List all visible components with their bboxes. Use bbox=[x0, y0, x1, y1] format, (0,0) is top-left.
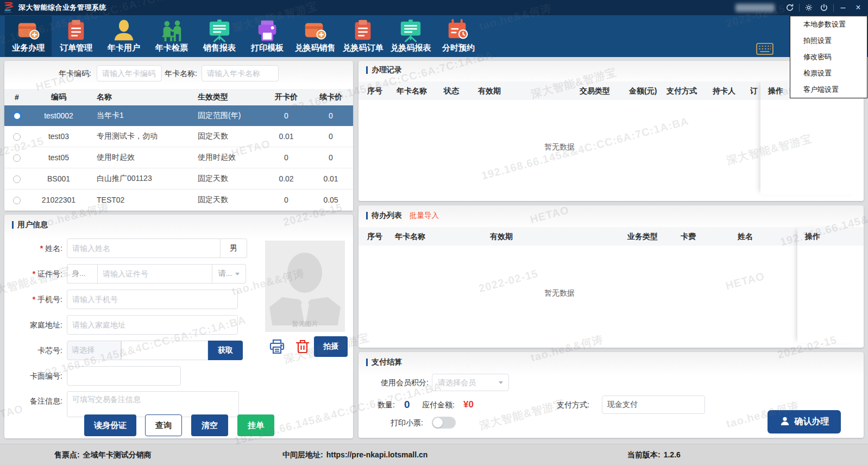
payment-panel: 支付结算 使用会员积分: 请选择会员 数量: 0 应付金额: ¥0 支付方式: … bbox=[358, 352, 864, 438]
card-code-input[interactable] bbox=[97, 65, 162, 81]
toolbar-item-年卡用户[interactable]: 年卡用户 bbox=[100, 15, 148, 57]
remark-textarea[interactable] bbox=[67, 391, 239, 417]
records-panel: 办理记录 序号年卡名称状态有效期交易类型金额(元)支付方式持卡人订 暂无数据 操… bbox=[358, 61, 864, 201]
todo-pinned-column: 操作 bbox=[797, 227, 858, 343]
card-table-body: test0002当年卡1固定范围(年)00test03专用测试卡，勿动固定天数0… bbox=[4, 105, 353, 211]
row-radio[interactable] bbox=[13, 197, 21, 204]
section-bar bbox=[366, 359, 368, 366]
id-type-select[interactable]: 身... bbox=[67, 264, 97, 284]
chip-select[interactable]: 请选择 bbox=[67, 341, 121, 360]
toolbar-item-label: 打印模板 bbox=[251, 43, 284, 52]
address-label: 家庭地址: bbox=[4, 315, 62, 335]
capture-button[interactable]: 拍摄 bbox=[314, 336, 348, 357]
column-header: 卡费 bbox=[681, 227, 696, 246]
row-radio[interactable] bbox=[13, 154, 21, 162]
menu-item-客户端设置[interactable]: 客户端设置 bbox=[790, 81, 867, 98]
power-button[interactable] bbox=[816, 0, 832, 15]
cell-open-price: 0 bbox=[264, 153, 309, 162]
column-header: 序号 bbox=[367, 81, 382, 100]
todo-actions-header: 操作 bbox=[797, 227, 858, 246]
api-value: https://pre-nkapi.lotsmall.cn bbox=[326, 450, 428, 459]
card-table-row[interactable]: test03专用测试卡，勿动固定天数0.010 bbox=[4, 126, 353, 147]
card-table-row[interactable]: test0002当年卡1固定范围(年)00 bbox=[4, 105, 353, 126]
column-header: 交易类型 bbox=[580, 81, 610, 100]
ticket-check-icon bbox=[148, 18, 196, 43]
app-window: 深大智能综合业务管理系统 – × 业务办理订单管理年卡用户年卡检票销售报表打印模… bbox=[0, 0, 868, 465]
section-bar bbox=[366, 66, 368, 74]
person-icon bbox=[100, 18, 148, 43]
settings-gear-button[interactable] bbox=[801, 0, 816, 15]
row-radio[interactable] bbox=[13, 175, 21, 183]
todo-table-header: 序号年卡名称有效期业务类型卡费姓名 bbox=[358, 227, 864, 246]
confirm-button[interactable]: 确认办理 bbox=[768, 410, 841, 433]
menu-item-修改密码[interactable]: 修改密码 bbox=[790, 49, 867, 65]
name-label: 姓名: bbox=[4, 238, 62, 258]
address-input[interactable] bbox=[67, 315, 238, 335]
name-input[interactable] bbox=[67, 238, 221, 258]
cell-open-price: 0.02 bbox=[264, 174, 309, 183]
toolbar-item-兑换码销售[interactable]: 兑换码销售 bbox=[291, 15, 339, 57]
batch-import-link[interactable]: 批量导入 bbox=[410, 211, 439, 221]
refresh-button[interactable] bbox=[782, 0, 797, 15]
toolbar-item-业务办理[interactable]: 业务办理 bbox=[4, 15, 52, 57]
close-button[interactable]: × bbox=[851, 0, 866, 15]
card-name-input[interactable] bbox=[202, 65, 279, 81]
toolbar-item-兑换码报表[interactable]: 兑换码报表 bbox=[387, 15, 435, 57]
print-receipt-label: 打印小票: bbox=[391, 416, 423, 429]
column-header: 有效期 bbox=[478, 81, 501, 100]
toolbar-item-分时预约[interactable]: 分时预约 bbox=[435, 15, 482, 57]
query-button[interactable]: 查询 bbox=[145, 414, 182, 436]
card-table-row[interactable]: BS001白山推广001123固定天数0.020.01 bbox=[4, 168, 353, 190]
row-radio[interactable] bbox=[12, 111, 22, 121]
records-pinned-column: 操作 bbox=[760, 81, 859, 194]
row-radio[interactable] bbox=[13, 133, 21, 141]
toolbar-item-label: 业务办理 bbox=[12, 43, 45, 52]
toolbar-item-销售报表[interactable]: 销售报表 bbox=[196, 15, 243, 57]
card-table-row[interactable]: test05使用时起效使用时起效00 bbox=[4, 147, 353, 168]
remark-label: 备注信息: bbox=[4, 391, 62, 411]
clipboard-icon bbox=[339, 18, 387, 43]
column-header: 业务类型 bbox=[627, 227, 658, 246]
delete-photo-button[interactable] bbox=[294, 338, 311, 355]
menu-item-本地参数设置[interactable]: 本地参数设置 bbox=[790, 16, 867, 33]
keyboard-icon[interactable] bbox=[756, 42, 773, 55]
hold-order-button[interactable]: 挂单 bbox=[237, 414, 274, 436]
chip-input[interactable] bbox=[121, 341, 208, 360]
toolbar-item-label: 销售报表 bbox=[203, 43, 236, 52]
read-id-card-button[interactable]: 读身份证 bbox=[84, 414, 136, 436]
card-code-label: 年卡编码: bbox=[59, 65, 91, 81]
toolbar-item-label: 年卡检票 bbox=[155, 43, 188, 52]
wallet-plus-icon bbox=[291, 18, 339, 43]
user-name-redacted bbox=[735, 4, 775, 12]
minimize-button[interactable]: – bbox=[835, 0, 851, 15]
toolbar-item-兑换码订单[interactable]: 兑换码订单 bbox=[339, 15, 387, 57]
column-header: 姓名 bbox=[738, 227, 753, 246]
print-photo-button[interactable] bbox=[269, 338, 285, 355]
menu-item-拍照设置[interactable]: 拍照设置 bbox=[790, 33, 867, 49]
pay-method-input[interactable] bbox=[602, 395, 705, 414]
card-table-row[interactable]: 21022301TEST02固定天数00.05 bbox=[4, 190, 353, 211]
toolbar-item-年卡检票[interactable]: 年卡检票 bbox=[148, 15, 196, 57]
trash-icon bbox=[294, 348, 311, 356]
toolbar-item-打印模板[interactable]: 打印模板 bbox=[243, 15, 291, 57]
cell-name: 专用测试卡，勿动 bbox=[88, 131, 189, 141]
phone-input[interactable] bbox=[67, 290, 238, 309]
gender-button[interactable]: 男 bbox=[221, 238, 247, 258]
chip-get-button[interactable]: 获取 bbox=[208, 341, 243, 360]
main-toolbar: 业务办理订单管理年卡用户年卡检票销售报表打印模板兑换码销售兑换码订单兑换码报表分… bbox=[0, 15, 868, 57]
toolbar-item-label: 分时预约 bbox=[442, 43, 475, 52]
card-name-label: 年卡名称: bbox=[165, 65, 197, 81]
outlet-label: 售票点: bbox=[54, 450, 80, 459]
print-receipt-toggle[interactable] bbox=[432, 417, 456, 429]
amount-label: 应付金额: bbox=[422, 395, 455, 414]
toolbar-item-订单管理[interactable]: 订单管理 bbox=[52, 15, 100, 57]
id-suffix-select[interactable]: 请... bbox=[212, 264, 246, 284]
clear-button[interactable]: 清空 bbox=[191, 414, 228, 436]
cell-type: 使用时起效 bbox=[189, 153, 264, 162]
id-number-input[interactable] bbox=[97, 264, 212, 284]
column-header: 订 bbox=[750, 81, 758, 100]
calendar-clock-icon bbox=[435, 18, 482, 43]
card-no-input[interactable] bbox=[67, 366, 181, 386]
menu-item-检票设置[interactable]: 检票设置 bbox=[790, 65, 867, 81]
member-select[interactable]: 请选择会员 bbox=[432, 374, 509, 391]
